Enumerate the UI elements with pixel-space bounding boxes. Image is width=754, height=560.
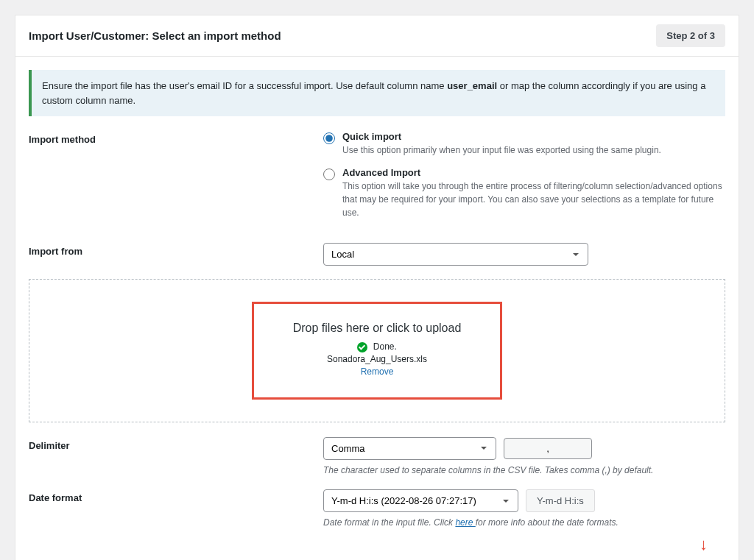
upload-status: Done. [291,341,463,352]
import-method-label: Import method [29,131,323,145]
date-format-button[interactable]: Y-m-d H:i:s [526,489,595,512]
notice-text-pre: Ensure the import file has the user's em… [42,80,447,91]
date-format-help-link[interactable]: here [455,517,475,528]
delimiter-select[interactable]: Comma [323,437,496,460]
panel-header: Import User/Customer: Select an import m… [15,15,739,57]
advanced-import-option[interactable]: Advanced Import This option will take yo… [323,167,725,219]
date-format-label: Date format [29,489,323,503]
dropzone-wrapper: Drop files here or click to upload Done.… [29,279,725,422]
advanced-import-radio[interactable] [323,169,335,180]
import-from-row: Import from Local [29,243,725,266]
panel-content: Ensure the import file has the user's em… [15,57,739,556]
advanced-import-desc: This option will take you through the en… [342,180,725,219]
notice-text-bold: user_email [447,80,497,91]
delimiter-row: Delimiter Comma The character used to se… [29,437,725,477]
import-method-row: Import method Quick import Use this opti… [29,131,725,230]
date-format-help: Date format in the input file. Click her… [323,517,725,529]
step-badge: Step 2 of 3 [656,24,725,47]
quick-import-option[interactable]: Quick import Use this option primarily w… [323,131,725,157]
remove-file-link[interactable]: Remove [361,366,394,377]
dropzone-title: Drop files here or click to upload [291,322,463,335]
page-title: Import User/Customer: Select an import m… [29,29,281,42]
quick-import-desc: Use this option primarily when your inpu… [342,143,725,157]
import-from-label: Import from [29,243,323,257]
panel-footer: ↓ Back Step 3: Advanced options/Batch im… [15,556,739,560]
check-icon [357,342,367,352]
advanced-import-title: Advanced Import [342,167,725,178]
delimiter-input[interactable] [504,438,592,459]
delimiter-label: Delimiter [29,437,323,451]
date-format-select[interactable]: Y-m-d H:i:s (2022-08-26 07:27:17) [323,489,518,512]
quick-import-radio[interactable] [323,132,335,144]
import-from-select[interactable]: Local [323,243,588,266]
delimiter-help: The character used to separate columns i… [323,464,725,477]
info-notice: Ensure the import file has the user's em… [29,70,725,116]
file-dropzone[interactable]: Drop files here or click to upload Done.… [252,302,502,400]
import-panel: Import User/Customer: Select an import m… [15,15,739,560]
uploaded-file-name: Sonadora_Aug_Users.xls [291,354,463,364]
quick-import-title: Quick import [342,131,725,142]
date-format-row: Date format Y-m-d H:i:s (2022-08-26 07:2… [29,489,725,529]
arrow-down-icon: ↓ [700,536,708,553]
done-text: Done. [373,341,397,352]
